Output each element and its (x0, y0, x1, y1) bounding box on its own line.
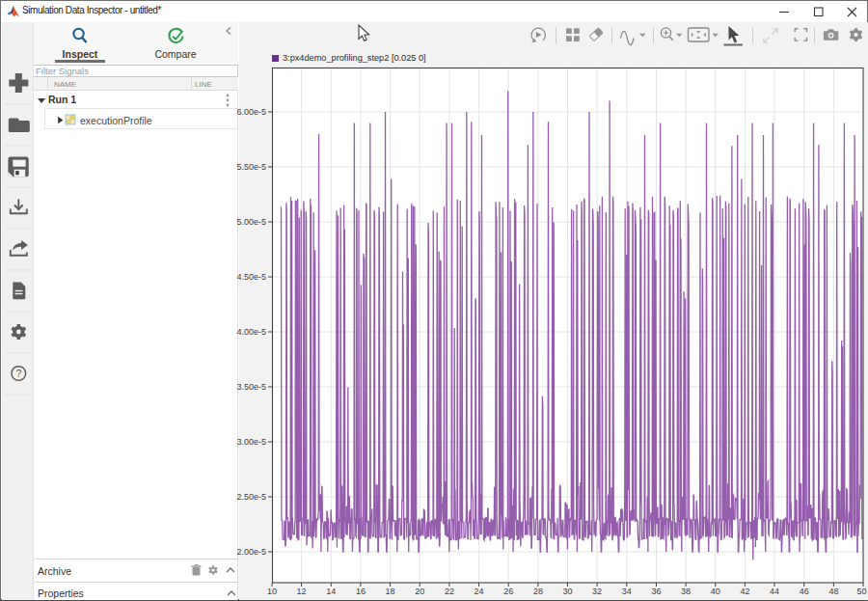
svg-text:48: 48 (828, 587, 838, 596)
svg-text:3.00e-5: 3.00e-5 (236, 437, 266, 447)
svg-text:4.50e-5: 4.50e-5 (236, 272, 266, 282)
svg-text:46: 46 (800, 587, 809, 596)
svg-text:32: 32 (592, 587, 602, 596)
svg-text:50: 50 (856, 587, 866, 596)
svg-text:42: 42 (740, 587, 749, 596)
svg-text:36: 36 (651, 587, 661, 596)
svg-text:18: 18 (386, 587, 395, 596)
svg-text:40: 40 (711, 587, 720, 596)
svg-text:5.50e-5: 5.50e-5 (236, 162, 266, 172)
svg-text:3:px4demo_profiling_step2 [0.0: 3:px4demo_profiling_step2 [0.025 0] (283, 53, 426, 63)
svg-text:30: 30 (562, 587, 572, 596)
svg-text:5.00e-5: 5.00e-5 (236, 217, 266, 227)
svg-text:16: 16 (356, 587, 366, 596)
svg-text:2.50e-5: 2.50e-5 (236, 492, 266, 502)
svg-text:26: 26 (503, 587, 513, 596)
svg-text:10: 10 (267, 587, 277, 596)
svg-text:28: 28 (533, 587, 543, 596)
svg-text:44: 44 (770, 587, 779, 596)
svg-text:2.00e-5: 2.00e-5 (236, 547, 266, 557)
svg-text:12: 12 (297, 587, 307, 596)
svg-text:6.00e-5: 6.00e-5 (236, 107, 266, 117)
svg-text:34: 34 (622, 587, 632, 596)
svg-text:3.50e-5: 3.50e-5 (236, 382, 266, 392)
svg-text:14: 14 (326, 587, 336, 596)
svg-text:4.00e-5: 4.00e-5 (236, 327, 266, 337)
svg-text:24: 24 (475, 587, 484, 596)
svg-text:38: 38 (681, 587, 691, 596)
svg-text:20: 20 (415, 587, 424, 596)
svg-text:22: 22 (445, 587, 454, 596)
